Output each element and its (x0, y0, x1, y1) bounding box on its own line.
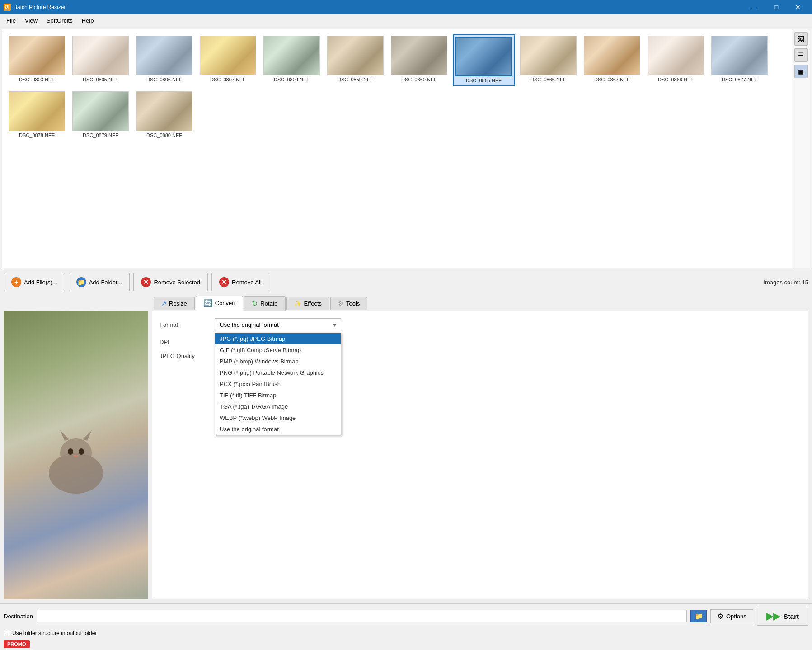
view-grid-icon[interactable]: ▦ (794, 65, 808, 78)
image-thumb-1[interactable]: DSC_0805.NEF (70, 34, 131, 86)
minimize-button[interactable]: — (744, 0, 765, 14)
format-label: Format (160, 321, 209, 328)
thumb-img-1 (72, 36, 129, 75)
format-dropdown-popup: JPG (*.jpg) JPEG BitmapGIF (*.gif) Compu… (215, 333, 341, 435)
image-thumb-6[interactable]: DSC_0860.NEF (389, 34, 449, 86)
destination-browse-button[interactable]: 📁 (690, 610, 707, 622)
image-panel: DSC_0803.NEFDSC_0805.NEFDSC_0806.NEFDSC_… (2, 29, 810, 268)
remove-all-button[interactable]: ✕ Remove All (211, 273, 269, 291)
image-thumb-7[interactable]: DSC_0865.NEF (453, 34, 515, 86)
format-row: Format Use the original format ▼ JPG (*.… (160, 318, 801, 331)
image-thumb-3[interactable]: DSC_0807.NEF (198, 34, 258, 86)
format-option-png[interactable]: PNG (*.png) Portable Network Graphics (215, 367, 341, 378)
bottom-section: Destination 📁 ⚙ Options ▶▶ Start Use fol… (0, 603, 812, 650)
tab-resize[interactable]: ↗ Resize (154, 297, 195, 310)
add-files-button[interactable]: + Add File(s)... (4, 273, 65, 291)
thumb-img-5 (327, 36, 384, 75)
image-thumb-12[interactable]: DSC_0878.NEF (7, 89, 67, 140)
thumb-label-11: DSC_0877.NEF (722, 77, 757, 82)
format-option-jpg[interactable]: JPG (*.jpg) JPEG Bitmap (215, 333, 341, 344)
format-option-pcx[interactable]: PCX (*.pcx) PaintBrush (215, 378, 341, 390)
add-files-icon: + (11, 277, 21, 287)
folder-structure-checkbox[interactable] (4, 631, 9, 636)
add-folder-label: Add Folder... (89, 279, 122, 286)
image-thumb-8[interactable]: DSC_0866.NEF (518, 34, 578, 86)
menu-file[interactable]: File (2, 15, 20, 26)
checkbox-row: Use folder structure in output folder (0, 628, 812, 638)
thumb-label-7: DSC_0865.NEF (466, 78, 502, 83)
maximize-button[interactable]: □ (766, 0, 787, 14)
content-area: Format Use the original format ▼ JPG (*.… (0, 311, 812, 603)
format-option-tif[interactable]: TIF (*.tif) TIFF Bitmap (215, 390, 341, 401)
tab-tools[interactable]: ⚙ Tools (330, 297, 367, 310)
menu-softorbits[interactable]: SoftOrbits (42, 15, 77, 26)
image-thumb-13[interactable]: DSC_0879.NEF (70, 89, 131, 140)
bottom-bar: Destination 📁 ⚙ Options ▶▶ Start (0, 603, 812, 628)
thumb-label-0: DSC_0803.NEF (19, 77, 55, 82)
thumb-img-14 (136, 91, 192, 131)
menu-view[interactable]: View (20, 15, 42, 26)
cat-svg (31, 410, 121, 500)
remove-all-icon: ✕ (219, 277, 229, 287)
thumb-label-10: DSC_0868.NEF (658, 77, 694, 82)
image-thumb-9[interactable]: DSC_0867.NEF (582, 34, 642, 86)
thumb-label-12: DSC_0878.NEF (19, 132, 55, 138)
thumb-label-3: DSC_0807.NEF (210, 77, 246, 82)
menu-help[interactable]: Help (77, 15, 99, 26)
image-thumb-2[interactable]: DSC_0806.NEF (134, 34, 194, 86)
tools-tab-icon: ⚙ (338, 300, 343, 307)
options-button[interactable]: ⚙ Options (710, 609, 753, 623)
thumb-img-9 (584, 36, 640, 75)
thumb-label-2: DSC_0806.NEF (146, 77, 182, 82)
thumb-img-4 (263, 36, 320, 75)
image-thumb-11[interactable]: DSC_0877.NEF (709, 34, 770, 86)
format-dropdown-container: Use the original format ▼ JPG (*.jpg) JP… (215, 318, 341, 331)
thumb-img-11 (711, 36, 768, 75)
remove-selected-button[interactable]: ✕ Remove Selected (133, 273, 208, 291)
start-label: Start (784, 612, 799, 620)
image-thumb-5[interactable]: DSC_0859.NEF (325, 34, 385, 86)
format-option-original[interactable]: Use the original format (215, 424, 341, 435)
thumb-label-8: DSC_0866.NEF (530, 77, 566, 82)
menu-bar: File View SoftOrbits Help (0, 14, 812, 27)
add-folder-button[interactable]: 📁 Add Folder... (69, 273, 130, 291)
tab-convert[interactable]: 🔄 Convert (196, 296, 244, 311)
format-option-gif[interactable]: GIF (*.gif) CompuServe Bitmap (215, 344, 341, 356)
view-large-icon[interactable]: 🖼 (794, 32, 808, 46)
convert-tab-label: Convert (215, 300, 236, 306)
options-panel: Format Use the original format ▼ JPG (*.… (152, 311, 808, 599)
image-thumb-0[interactable]: DSC_0803.NEF (7, 34, 67, 86)
main-container: DSC_0803.NEFDSC_0805.NEFDSC_0806.NEFDSC_… (0, 27, 812, 650)
destination-input[interactable] (37, 610, 687, 622)
close-button[interactable]: ✕ (788, 0, 808, 14)
svg-marker-2 (60, 430, 69, 441)
thumb-img-6 (391, 36, 447, 75)
image-thumb-14[interactable]: DSC_0880.NEF (134, 89, 194, 140)
format-option-tga[interactable]: TGA (*.tga) TARGA Image (215, 401, 341, 412)
start-button[interactable]: ▶▶ Start (757, 607, 808, 626)
image-thumb-10[interactable]: DSC_0868.NEF (646, 34, 706, 86)
window-controls: — □ ✕ (744, 0, 808, 14)
thumb-label-4: DSC_0809.NEF (274, 77, 310, 82)
thumb-label-14: DSC_0880.NEF (146, 132, 182, 138)
format-dropdown-display[interactable]: Use the original format (215, 318, 341, 331)
add-files-label: Add File(s)... (24, 279, 57, 286)
thumb-img-3 (200, 36, 256, 75)
resize-tab-icon: ↗ (161, 300, 166, 307)
gear-icon: ⚙ (717, 612, 723, 621)
rotate-tab-icon: ↻ (252, 299, 258, 308)
format-option-webp[interactable]: WEBP (*.webp) WebP Image (215, 412, 341, 424)
title-bar: 🖼 Batch Picture Resizer — □ ✕ (0, 0, 812, 14)
thumb-label-9: DSC_0867.NEF (594, 77, 630, 82)
thumb-img-13 (72, 91, 129, 131)
thumb-img-8 (520, 36, 577, 75)
tab-rotate[interactable]: ↻ Rotate (244, 296, 285, 311)
folder-structure-label: Use folder structure in output folder (12, 630, 97, 636)
effects-tab-icon: ✨ (294, 300, 301, 307)
image-thumb-4[interactable]: DSC_0809.NEF (262, 34, 322, 86)
view-list-icon[interactable]: ☰ (794, 48, 808, 62)
resize-tab-label: Resize (169, 300, 187, 307)
options-label: Options (726, 613, 746, 620)
format-option-bmp[interactable]: BMP (*.bmp) Windows Bitmap (215, 356, 341, 367)
tab-effects[interactable]: ✨ Effects (286, 297, 330, 310)
